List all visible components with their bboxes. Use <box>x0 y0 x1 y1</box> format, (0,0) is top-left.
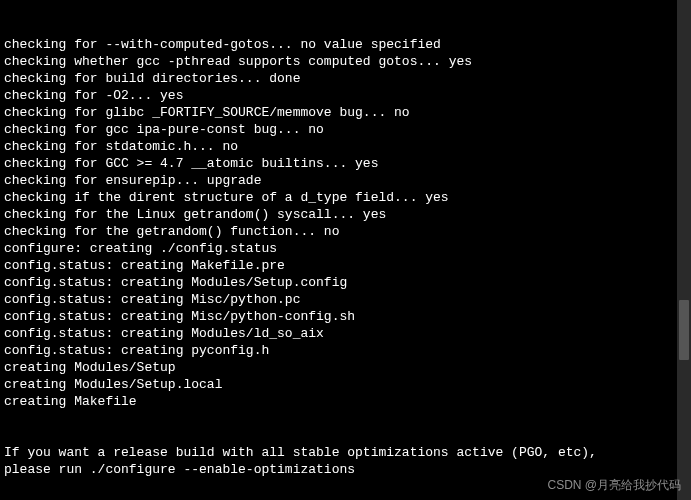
terminal-output-line: config.status: creating pyconfig.h <box>4 342 687 359</box>
terminal-output-line: checking for build directories... done <box>4 70 687 87</box>
terminal-output-line: config.status: creating Misc/python-conf… <box>4 308 687 325</box>
terminal-output-line: please run ./configure --enable-optimiza… <box>4 461 687 478</box>
terminal-output-line <box>4 427 687 444</box>
terminal-output-line: checking for GCC >= 4.7 __atomic builtin… <box>4 155 687 172</box>
terminal-output-line: checking for stdatomic.h... no <box>4 138 687 155</box>
terminal-output-line: checking for glibc _FORTIFY_SOURCE/memmo… <box>4 104 687 121</box>
terminal-output-line: creating Makefile <box>4 393 687 410</box>
terminal-window[interactable]: checking for --with-computed-gotos... no… <box>0 0 691 500</box>
terminal-output-line: checking for --with-computed-gotos... no… <box>4 36 687 53</box>
watermark-text: CSDN @月亮给我抄代码 <box>547 477 681 494</box>
terminal-output-line: checking if the dirent structure of a d_… <box>4 189 687 206</box>
terminal-output-line: config.status: creating Makefile.pre <box>4 257 687 274</box>
terminal-output-line <box>4 410 687 427</box>
terminal-output-line: checking whether gcc -pthread supports c… <box>4 53 687 70</box>
terminal-output-line: creating Modules/Setup.local <box>4 376 687 393</box>
terminal-output-line: config.status: creating Misc/python.pc <box>4 291 687 308</box>
terminal-output: checking for --with-computed-gotos... no… <box>4 36 687 495</box>
terminal-output-line: configure: creating ./config.status <box>4 240 687 257</box>
terminal-output-line: checking for gcc ipa-pure-const bug... n… <box>4 121 687 138</box>
terminal-output-line: checking for the Linux getrandom() sysca… <box>4 206 687 223</box>
scrollbar-thumb[interactable] <box>679 300 689 360</box>
terminal-output-line: config.status: creating Modules/Setup.co… <box>4 274 687 291</box>
terminal-output-line: checking for -O2... yes <box>4 87 687 104</box>
scrollbar[interactable] <box>677 0 691 500</box>
terminal-output-line: config.status: creating Modules/ld_so_ai… <box>4 325 687 342</box>
terminal-output-line: creating Modules/Setup <box>4 359 687 376</box>
terminal-output-line: checking for ensurepip... upgrade <box>4 172 687 189</box>
terminal-output-line: If you want a release build with all sta… <box>4 444 687 461</box>
terminal-output-line: checking for the getrandom() function...… <box>4 223 687 240</box>
